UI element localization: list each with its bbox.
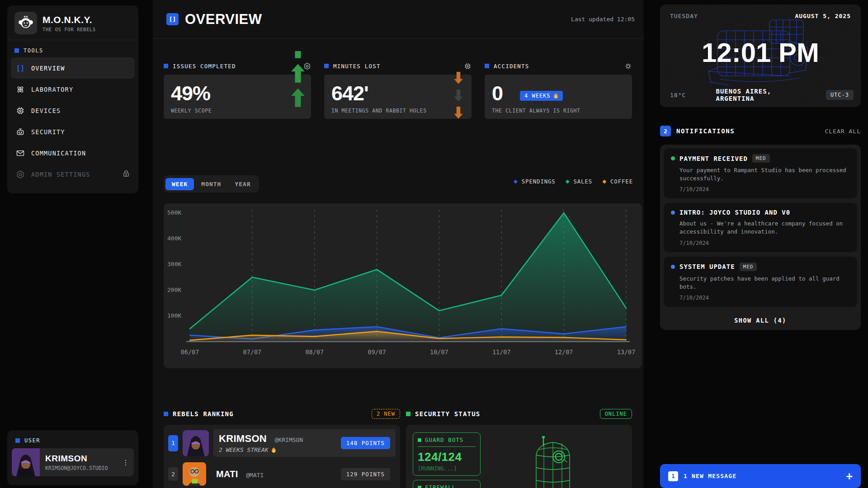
dashboard: M.O.N.K.Y. THE OS FOR REBELS TOOLS [] OV… (0, 0, 868, 488)
svg-text:11/07: 11/07 (492, 348, 511, 356)
user-card[interactable]: KRIMSON KRIMSON@JOYCO.STUDIO ⋮ (12, 448, 134, 476)
status-dot (671, 156, 675, 160)
guard-bots-box: GUARD BOTS 124/124 [RUNNING...] (413, 432, 481, 476)
sidebar-item-communication[interactable]: COMMUNICATION (11, 142, 135, 164)
sidebar-item-laboratory[interactable]: LABORATORY (11, 79, 135, 100)
notification-date: 7/10/2024 (679, 240, 850, 246)
clock-widget: TUESDAY AUGUST 5, 2025 12:01 PM 18°C BUE… (660, 5, 861, 107)
legend-spendings[interactable]: ◆ SPENDINGS (514, 178, 556, 185)
guard-bots-value: 124/124 (418, 450, 476, 464)
sidebar-item-security[interactable]: SECURITY (11, 121, 135, 142)
stat-sublabel: THE CLIENT ALWAYS IS RIGHT (492, 108, 580, 114)
legend-coffee[interactable]: ◆ COFFEE (602, 178, 633, 185)
mail-icon (15, 149, 25, 158)
user-email: KRIMSON@JOYCO.STUDIO (45, 465, 116, 471)
tab-year[interactable]: YEAR (228, 178, 257, 190)
stat-card-issues: ISSUES COMPLETED 49% WEEKLY SCOPE (164, 60, 311, 119)
rebel-name: MATI (216, 469, 238, 479)
trend-down-arrows-icon (451, 72, 466, 119)
tab-week[interactable]: WEEK (165, 178, 194, 190)
area-chart[interactable]: 100K200K300K400K500K06/0707/0708/0709/07… (164, 203, 642, 368)
rank-badge: 1 (168, 435, 178, 451)
svg-text:09/07: 09/07 (368, 348, 386, 356)
stat-value: 642' (331, 82, 368, 105)
stat-sublabel: WEEKLY SCOPE (171, 108, 212, 114)
clear-all-button[interactable]: CLEAR ALL (825, 128, 861, 135)
chip-icon[interactable] (464, 62, 472, 70)
stat-value: 49% (171, 82, 210, 105)
stat-card-minutes-lost: MINUTES LOST 642' IN MEETINGS AND RABBIT… (324, 60, 472, 119)
avatar (12, 448, 40, 476)
diamond-swatch-icon: ◆ (566, 178, 570, 185)
guard-bots-label: GUARD BOTS (418, 436, 476, 447)
user-name: KRIMSON (45, 454, 116, 464)
stat-sublabel: IN MEETINGS AND RABBIT HOLES (331, 108, 427, 114)
sidebar-item-devices[interactable]: DEVICES (11, 100, 135, 121)
notification-date: 7/10/2024 (679, 295, 850, 301)
notification-payment-received[interactable]: PAYMENT RECEIVED MED Your payment to Ram… (664, 148, 857, 198)
svg-text:13/07: 13/07 (617, 348, 636, 356)
notification-date: 7/10/2024 (679, 186, 850, 192)
sidebar-user-section: USER KRIMSON KRIMSON@JOYCO.STUDIO ⋮ (7, 430, 138, 485)
stat-card-header: ACCIDENTS (485, 60, 632, 72)
main-content: [] OVERVIEW Last updated 12:05 ISSUES CO… (153, 0, 644, 488)
notification-title: INTRO: JOYCO STUDIO AND V0 (679, 209, 790, 216)
green-square-icon (406, 412, 410, 416)
svg-text:500K: 500K (167, 209, 181, 216)
svg-text:10/07: 10/07 (430, 348, 448, 356)
rank-badge: 2 (168, 467, 178, 481)
avatar (183, 430, 209, 456)
svg-text:200K: 200K (167, 286, 181, 293)
notifications-section: 2 NOTIFICATIONS CLEAR ALL PAYMENT RECEIV… (660, 121, 861, 330)
flame-icon (553, 93, 558, 99)
chart-range-tabs: WEEK MONTH YEAR (164, 175, 259, 192)
tab-month[interactable]: MONTH (195, 178, 227, 190)
monkey-logo-icon (14, 12, 37, 34)
diamond-swatch-icon: ◆ (602, 178, 607, 185)
message-text: 1 NEW MESSAGE (684, 473, 736, 479)
app-subtitle: THE OS FOR REBELS (42, 27, 96, 32)
area-chart-panel: 100K200K300K400K500K06/0707/0708/0709/07… (164, 203, 642, 368)
notification-intro-joyco[interactable]: INTRO: JOYCO STUDIO AND V0 About us - We… (664, 203, 857, 252)
ranking-row-1[interactable]: 1 KRIMSON @KRIMSON (168, 429, 396, 457)
robot-icon (15, 127, 25, 136)
diamond-swatch-icon: ◆ (514, 178, 518, 185)
rebel-streak: 2 WEEKS STREAK (219, 446, 303, 453)
brackets-icon: [] (15, 64, 25, 72)
firewall-label: FIREWALL (418, 484, 476, 488)
streak-badge: 4 WEEKS (520, 91, 563, 101)
page-title: OVERVIEW (185, 11, 262, 28)
new-count-badge: 2 NEW (372, 409, 400, 419)
hex-nut-icon (15, 170, 25, 179)
blue-square-icon (14, 48, 19, 53)
app-title-block: M.O.N.K.Y. THE OS FOR REBELS (42, 14, 96, 32)
online-badge: ONLINE (600, 409, 632, 419)
burst-icon[interactable] (624, 62, 632, 70)
ranking-row-body: KRIMSON @KRIMSON 2 WEEKS STREAK 148 POIN… (213, 429, 396, 457)
ranking-row-2[interactable]: 2 MATI @MATI 129 (168, 462, 396, 486)
notifications-title: NOTIFICATIONS (676, 127, 735, 135)
sidebar-nav: [] OVERVIEW LABORATORY (7, 57, 138, 185)
current-time: 12:01 PM (660, 37, 861, 68)
show-all-button[interactable]: SHOW ALL (4) (664, 311, 857, 328)
sidebar: M.O.N.K.Y. THE OS FOR REBELS TOOLS [] OV… (7, 5, 138, 193)
flame-icon (271, 447, 276, 453)
priority-badge: MED (752, 154, 770, 163)
legend-sales[interactable]: ◆ SALES (566, 178, 592, 185)
points-badge: 129 POINTS (341, 468, 390, 480)
blue-square-icon (485, 64, 489, 68)
guard-bots-status: [RUNNING...] (418, 465, 476, 472)
notification-body: Your payment to Rampant Studio has been … (679, 166, 850, 183)
status-dot (671, 211, 675, 215)
rebels-ranking-panel: 1 KRIMSON @KRIMSON (164, 425, 400, 488)
new-message-bar[interactable]: 1 1 NEW MESSAGE + (660, 464, 861, 488)
sidebar-item-overview[interactable]: [] OVERVIEW (11, 57, 135, 79)
sidebar-item-admin-settings[interactable]: ADMIN SETTINGS (11, 164, 135, 185)
svg-text:100K: 100K (167, 312, 181, 319)
app-title: M.O.N.K.Y. (42, 14, 96, 25)
last-updated: Last updated 12:05 (571, 16, 635, 23)
notification-system-update[interactable]: SYSTEM UPDATE MED Security patches have … (664, 257, 857, 307)
notifications-header: 2 NOTIFICATIONS CLEAR ALL (660, 121, 861, 141)
plus-icon[interactable]: + (846, 471, 853, 482)
user-menu-kebab-icon[interactable]: ⋮ (121, 448, 134, 476)
